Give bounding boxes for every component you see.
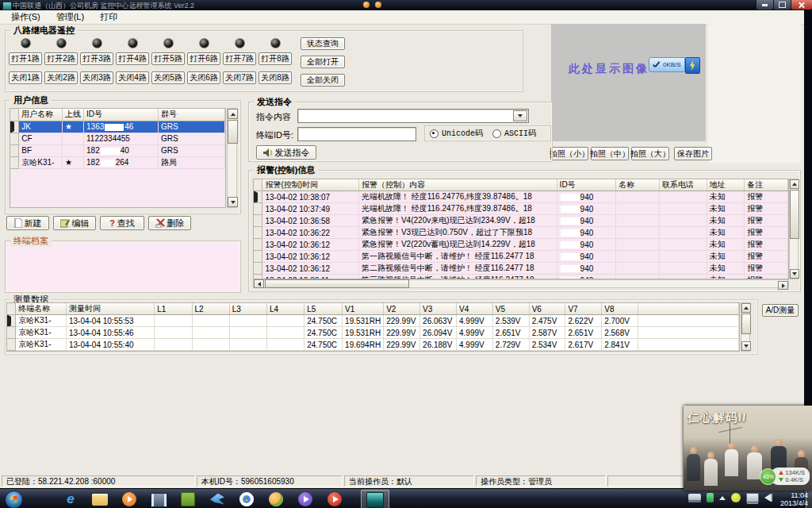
taskbar-clock[interactable]: 11:04 2013/4/4: [773, 491, 808, 507]
green-tray-icon[interactable]: [707, 493, 714, 502]
active-app-task-button[interactable]: [361, 490, 389, 508]
network-icon[interactable]: [746, 493, 759, 502]
cell: [266, 351, 304, 352]
alarm-vscrollbar[interactable]: [789, 179, 799, 279]
close-channel-1-button[interactable]: 关闭1路: [9, 71, 42, 84]
col-alarm-content: 报警（控制）内容: [358, 179, 557, 191]
cell: 4.999V: [457, 315, 493, 327]
minimize-button[interactable]: [756, 0, 774, 10]
close-button[interactable]: [791, 0, 812, 10]
measure-row[interactable]: 京哈K31-13-04-04 10:55:46 24.750C19.531RH …: [7, 327, 739, 339]
folder-icon[interactable]: [90, 491, 109, 508]
close-channel-6-button[interactable]: 关闭6路: [187, 71, 220, 84]
menu-manage[interactable]: 管理(L): [48, 11, 92, 23]
chevron-down-icon[interactable]: [513, 110, 527, 121]
status-local-id: 本机ID号：596051605930: [197, 475, 343, 487]
green-notes-app-icon[interactable]: [178, 491, 197, 507]
user-table: 用户名称 上线 ID号 群号 JK ★ 136346 GRS CF 112233…: [10, 109, 225, 169]
photo-medium-button[interactable]: 拍照（中）: [591, 147, 629, 160]
redaction-box: [561, 229, 580, 237]
close-channel-2-button[interactable]: 关闭2路: [44, 71, 78, 84]
alarm-addr: 未知: [707, 191, 745, 203]
input-keyboard-icon[interactable]: [688, 494, 701, 502]
cell: 2.778V: [602, 351, 638, 352]
photo-large-button[interactable]: 拍照（大）: [631, 147, 669, 160]
close-channel-3-button[interactable]: 关闭3路: [80, 71, 113, 84]
measure-row[interactable]: 京哈K31-13-04-04 10:55:53 24.750C19.531RH …: [7, 315, 739, 327]
open-channel-7-button[interactable]: 打开7路: [223, 52, 256, 65]
find-button[interactable]: ? 查找: [100, 216, 144, 230]
network-speed-widget[interactable]: 0KB/S: [649, 57, 700, 74]
alarm-row[interactable]: 13-04-02 10:36:12 第一路视频信号中断，请维护！ 经度116.2…: [254, 251, 788, 263]
open-all-button[interactable]: 全部打开: [301, 56, 345, 68]
pinwheel-app-icon[interactable]: [32, 491, 51, 507]
video-film-icon[interactable]: [149, 491, 168, 508]
new-button[interactable]: 新建: [6, 216, 49, 230]
status-query-button[interactable]: 状态查询: [301, 37, 345, 50]
download-progress-widget[interactable]: 43% 134K/S 0.4K/S: [760, 468, 810, 485]
user-row[interactable]: CF 1122334455 GRS: [10, 133, 225, 144]
alarm-row[interactable]: 13-04-02 10:37:49 光端机故障！ 经度116.24776,纬度3…: [254, 203, 788, 215]
chrome-browser-icon[interactable]: [237, 491, 256, 507]
alarm-row[interactable]: 13-04-02 10:36:12 第二路视频信号中断，请维护！ 经度116.2…: [254, 263, 788, 275]
edit-button[interactable]: 编辑: [53, 216, 96, 230]
measure-row[interactable]: 京哈K31-13-04-02 10:32:06 29.125C20.508RH …: [7, 351, 739, 352]
cell: 229.99V: [384, 351, 420, 352]
start-button[interactable]: [5, 491, 23, 508]
ad-measure-button[interactable]: A/D测量: [762, 304, 799, 317]
boost-button[interactable]: [685, 57, 700, 74]
open-channel-6-button[interactable]: 打开6路: [187, 52, 220, 65]
yellow-tray-icon[interactable]: [731, 493, 741, 502]
internet-explorer-icon[interactable]: e: [61, 491, 80, 507]
cell: 京哈K31-: [16, 339, 67, 351]
ascii-radio[interactable]: [492, 129, 501, 138]
maximize-button[interactable]: [773, 0, 791, 10]
menu-print[interactable]: 打印: [92, 11, 125, 23]
alarm-row[interactable]: 13-04-02 10:36:58 紧急报警！V4(220v来电)现已达到234…: [254, 215, 788, 227]
save-image-button[interactable]: 保存图片: [674, 147, 712, 160]
open-channel-8-button[interactable]: 打开8路: [259, 52, 292, 65]
open-channel-1-button[interactable]: 打开1路: [9, 52, 42, 65]
user-row[interactable]: BF 18240 GRS: [10, 144, 225, 156]
download-speed: 0.4K/S: [785, 476, 803, 483]
close-channel-4-button[interactable]: 关闭4路: [116, 71, 149, 84]
measure-row[interactable]: 京哈K31-13-04-04 10:55:40 24.750C19.694RH …: [7, 339, 739, 351]
thunder-bird-icon[interactable]: [208, 491, 227, 507]
media-player-orange-icon[interactable]: [120, 491, 139, 507]
orange-pet-app-icon[interactable]: [266, 491, 285, 507]
alarm-row[interactable]: 13-04-02 10:38:07 光端机故障！ 经度116.24776,纬度3…: [254, 191, 788, 203]
right-blank-panel: [708, 24, 801, 163]
window-titlebar[interactable]: 中国联通（山西）公司机房 监控中心远程管理系统 Ver2.2: [0, 0, 812, 10]
open-channel-2-button[interactable]: 打开2路: [44, 52, 78, 65]
send-command-button[interactable]: 发送指令: [256, 145, 316, 160]
show-hidden-icons-chevron[interactable]: [719, 496, 726, 500]
user-table-scrollbar[interactable]: [227, 108, 237, 208]
open-channel-3-button[interactable]: 打开3路: [80, 52, 113, 65]
user-info-group: 用户信息 用户名称 上线 ID号 群号 JK ★ 136346 GRS: [5, 100, 241, 214]
photo-small-button[interactable]: 拍照（小）: [550, 147, 588, 160]
open-channel-5-button[interactable]: 打开5路: [151, 52, 185, 65]
delete-button[interactable]: 删除: [148, 216, 191, 230]
alarm-row[interactable]: 13-04-02 10:36:22 紧急报警！V3现已达到0.750V，超过了下…: [254, 227, 788, 239]
menu-operation[interactable]: 操作(S): [3, 11, 48, 23]
close-channel-8-button[interactable]: 关闭8路: [259, 71, 292, 84]
command-content-combo[interactable]: [297, 109, 529, 123]
open-channel-4-button[interactable]: 打开4路: [116, 52, 149, 65]
purple-player-icon[interactable]: [296, 491, 315, 507]
alarm-hscrollbar[interactable]: [253, 279, 789, 288]
terminal-id-input[interactable]: [297, 127, 416, 141]
speaker-volume-icon[interactable]: [764, 494, 771, 502]
user-row[interactable]: JK ★ 136346 GRS: [10, 121, 225, 133]
show-desktop-button[interactable]: [806, 489, 812, 508]
measure-vscrollbar[interactable]: [741, 302, 750, 352]
unicode-radio[interactable]: [430, 129, 439, 138]
close-channel-5-button[interactable]: 关闭5路: [151, 71, 185, 84]
close-channel-7-button[interactable]: 关闭7路: [223, 71, 256, 84]
close-all-button[interactable]: 全部关闭: [301, 74, 345, 87]
user-row[interactable]: 京哈K31- ★ 182264 路局: [10, 156, 225, 168]
red-player-icon[interactable]: [325, 491, 344, 507]
video-overlay-window[interactable]: 仁心解码II 43% 134K/S 0.4K/S: [684, 406, 812, 491]
notification-orange-icon[interactable]: [363, 2, 370, 8]
alarm-row[interactable]: 13-04-02 10:36:12 紧急报警！V2(220v蓄电)现已达到14.…: [254, 239, 788, 251]
notification-orange-icon[interactable]: [375, 2, 381, 8]
